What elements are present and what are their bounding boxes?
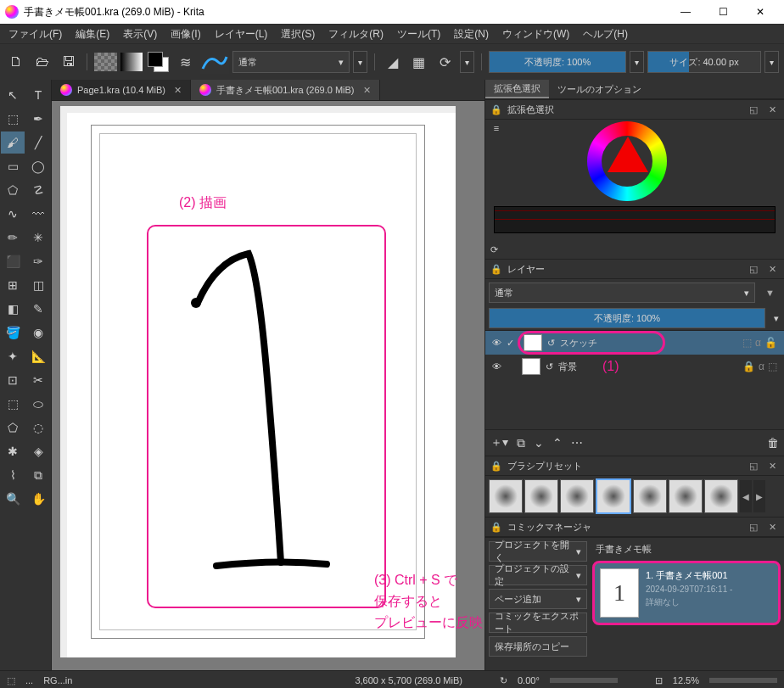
- polyline-tool[interactable]: ☡: [26, 179, 50, 201]
- comic-copy-button[interactable]: 保存場所のコピー: [489, 636, 587, 657]
- color-triangle[interactable]: [608, 137, 648, 172]
- rect-select-tool[interactable]: ⬚: [1, 393, 25, 415]
- color-swatches[interactable]: [146, 50, 171, 74]
- tab-memo[interactable]: 手書きメモ帳001.kra (269.0 MiB) ✕: [191, 80, 380, 100]
- close-icon[interactable]: ✕: [765, 459, 779, 473]
- brush-tool[interactable]: 🖌: [1, 131, 25, 154]
- smart-patch-tool[interactable]: ✂: [26, 369, 50, 391]
- measure-tool[interactable]: 📐: [26, 345, 50, 367]
- close-icon[interactable]: ✕: [765, 103, 779, 116]
- layer-blend-select[interactable]: 通常▾: [489, 282, 755, 303]
- rect-tool[interactable]: ▭: [1, 155, 25, 177]
- poly-select-tool[interactable]: ⬠: [1, 417, 25, 439]
- lock-icon[interactable]: 🔒: [742, 361, 755, 372]
- bezier-tool[interactable]: ∿: [1, 203, 25, 225]
- menu-help[interactable]: ヘルプ(H): [578, 25, 633, 43]
- magnetic-select-tool[interactable]: ⧉: [26, 464, 50, 486]
- status-angle[interactable]: 0.00°: [518, 675, 540, 685]
- new-file-button[interactable]: 🗋: [5, 50, 28, 74]
- menu-window[interactable]: ウィンドウ(W): [497, 25, 574, 43]
- dynamic-brush-tool[interactable]: ✏: [1, 227, 25, 249]
- float-icon[interactable]: ◱: [747, 459, 760, 473]
- preset-prev-button[interactable]: ◀: [740, 480, 752, 512]
- layer-row-bg[interactable]: 👁 ↺ 背景 (1) 🔒α⬚: [485, 355, 784, 378]
- open-file-button[interactable]: 🗁: [31, 50, 54, 74]
- comic-page-card[interactable]: 1 1. 手書きメモ帳001 2024-09-29T07:16:11 - 詳細な…: [592, 561, 781, 625]
- alpha-inherit-icon[interactable]: ⬚: [742, 337, 752, 349]
- close-tab-icon[interactable]: ✕: [363, 85, 371, 96]
- gradient-swatch[interactable]: [120, 53, 143, 71]
- preset-1[interactable]: [489, 479, 523, 513]
- brush-preview[interactable]: [200, 50, 229, 74]
- menu-tools[interactable]: ツール(T): [392, 25, 445, 43]
- zoom-slider[interactable]: [709, 678, 777, 683]
- dock-tab-color[interactable]: 拡張色選択: [485, 80, 549, 98]
- menu-edit[interactable]: 編集(E): [70, 25, 115, 43]
- float-icon[interactable]: ◱: [747, 520, 760, 534]
- pan-tool[interactable]: ✋: [26, 488, 50, 510]
- minimize-button[interactable]: —: [667, 0, 704, 24]
- move-down-button[interactable]: ⌄: [534, 436, 544, 450]
- refresh-icon[interactable]: ⟳: [490, 244, 498, 255]
- save-button[interactable]: 🖫: [57, 50, 80, 74]
- lock-icon[interactable]: 🔓: [764, 337, 777, 349]
- brush-settings-icon[interactable]: ≋: [174, 50, 197, 74]
- blend-mode-select[interactable]: 通常▾: [232, 51, 350, 73]
- mirror-h-button[interactable]: ▾: [460, 51, 474, 73]
- alpha-lock-toggle[interactable]: ▦: [408, 50, 431, 74]
- eraser-toggle[interactable]: ◢: [382, 50, 405, 74]
- properties-button[interactable]: ⋯: [571, 436, 583, 450]
- comic-addpage-button[interactable]: ページ追加▾: [489, 589, 587, 609]
- preset-2[interactable]: [524, 479, 558, 513]
- opacity-step-button[interactable]: ▾: [769, 313, 784, 324]
- preset-6[interactable]: [669, 479, 703, 513]
- close-button[interactable]: ✕: [742, 0, 779, 24]
- bezier-select-tool[interactable]: ⌇: [1, 464, 25, 486]
- menu-file[interactable]: ファイル(F): [3, 25, 67, 43]
- float-icon[interactable]: ◱: [747, 262, 760, 276]
- brush-size-slider[interactable]: サイズ: 40.00 px: [647, 51, 760, 73]
- menu-filter[interactable]: フィルタ(R): [323, 25, 389, 43]
- size-step-button[interactable]: ▾: [764, 51, 779, 73]
- gradient-tool[interactable]: ◧: [1, 298, 25, 320]
- status-selection-icon[interactable]: ⬚: [7, 675, 15, 686]
- lock-icon[interactable]: 🔒: [490, 522, 502, 533]
- comic-open-button[interactable]: プロジェクトを開く▾: [489, 541, 587, 562]
- canvas-viewport[interactable]: (2) 描画 (3) Ctrl + S で 保存すると プレビューに反映されまし…: [52, 101, 484, 670]
- reference-tool[interactable]: ⊡: [1, 369, 25, 391]
- preset-next-button[interactable]: ▶: [753, 480, 765, 512]
- add-layer-button[interactable]: ＋▾: [490, 435, 508, 450]
- comic-export-button[interactable]: コミックをエクスポート: [489, 612, 587, 633]
- color-sampler-tool[interactable]: ✎: [26, 298, 50, 320]
- move-tool[interactable]: ↖: [1, 84, 25, 106]
- dock-tab-tool-options[interactable]: ツールのオプション: [549, 80, 650, 98]
- calligraphy-tool[interactable]: ✑: [26, 250, 50, 272]
- preset-4[interactable]: [596, 478, 631, 514]
- edit-shapes-tool[interactable]: ⬛: [1, 250, 25, 272]
- ellipse-tool[interactable]: ◯: [26, 155, 50, 177]
- delete-layer-button[interactable]: 🗑: [767, 436, 779, 450]
- close-tab-icon[interactable]: ✕: [174, 85, 182, 96]
- text-tool[interactable]: ⊞: [1, 274, 25, 296]
- duplicate-layer-button[interactable]: ⧉: [517, 436, 525, 450]
- smart-fill-tool[interactable]: ◉: [26, 322, 50, 344]
- polygon-tool[interactable]: ⬠: [1, 179, 25, 201]
- ellipse-select-tool[interactable]: ⬭: [26, 393, 50, 415]
- filter-icon[interactable]: ▼: [759, 288, 781, 298]
- float-icon[interactable]: ◱: [747, 103, 760, 116]
- rotate-icon[interactable]: ↻: [500, 675, 507, 686]
- close-icon[interactable]: ✕: [765, 262, 779, 276]
- lock-icon[interactable]: 🔒: [490, 104, 502, 115]
- maximize-button[interactable]: ☐: [704, 0, 742, 24]
- move-up-button[interactable]: ⌃: [552, 436, 563, 450]
- freehand-tool[interactable]: ✒: [26, 108, 50, 130]
- alpha-lock-icon[interactable]: α: [759, 361, 764, 372]
- multibrush-tool[interactable]: ✳: [26, 227, 50, 249]
- similar-select-tool[interactable]: ◈: [26, 440, 50, 462]
- tab-page1[interactable]: Page1.kra (10.4 MiB) ✕: [52, 80, 191, 100]
- menu-layer[interactable]: レイヤー(L): [210, 25, 273, 43]
- transform-tool[interactable]: T: [26, 84, 50, 106]
- close-icon[interactable]: ✕: [765, 520, 779, 534]
- color-menu-icon[interactable]: ≡: [494, 123, 499, 133]
- preset-7[interactable]: [704, 479, 738, 513]
